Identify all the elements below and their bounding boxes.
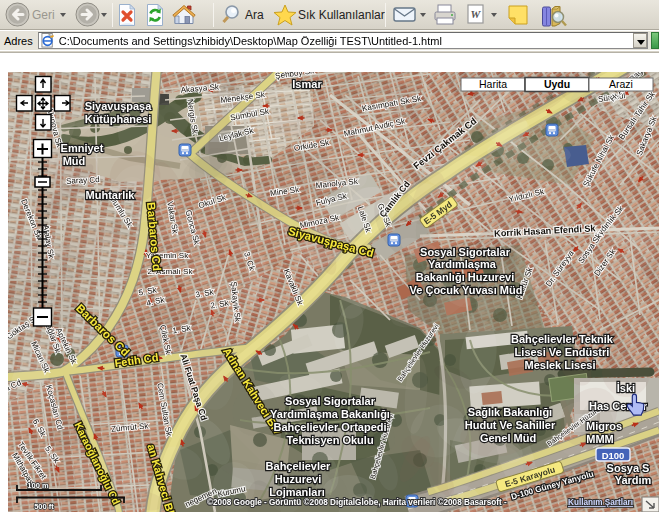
svg-text:Bakanlığı Huzurevi: Bakanlığı Huzurevi — [416, 271, 514, 283]
svg-text:Bahçelievler: Bahçelievler — [266, 460, 332, 472]
svg-text:Harita: Harita — [479, 78, 507, 90]
svg-text:Meslek Lisesi: Meslek Lisesi — [525, 359, 596, 371]
svg-text:Muhtarlık: Muhtarlık — [86, 189, 136, 201]
svg-text:©2008 Google - Görüntü ©2008 D: ©2008 Google - Görüntü ©2008 DigitalGlob… — [207, 498, 507, 507]
svg-text:Ismar: Ismar — [292, 78, 322, 90]
svg-text:W: W — [471, 8, 482, 20]
svg-text:Bahçelievler Ortapedi: Bahçelievler Ortapedi — [273, 421, 386, 433]
svg-text:Hudut Ve Sahiller: Hudut Ve Sahiller — [465, 419, 556, 431]
svg-text:Huzurevi: Huzurevi — [275, 473, 321, 485]
svg-text:500 ft: 500 ft — [34, 502, 54, 511]
svg-text:Migros: Migros — [586, 420, 622, 432]
svg-text:Lisesi Ve Endüstri: Lisesi Ve Endüstri — [515, 346, 610, 358]
svg-text:İski: İski — [617, 382, 635, 394]
svg-text:Uydu: Uydu — [544, 78, 570, 90]
svg-text:Siyavuşpaşa: Siyavuşpaşa — [85, 100, 153, 112]
svg-text:Sağlık Bakanlığı: Sağlık Bakanlığı — [468, 406, 552, 418]
svg-text:Sosyal Sigortalar: Sosyal Sigortalar — [420, 246, 511, 258]
svg-text:Kullanım Şartları: Kullanım Şartları — [568, 498, 633, 507]
svg-text:Kütüphanesi: Kütüphanesi — [85, 113, 152, 125]
svg-text:MMM: MMM — [586, 433, 614, 445]
svg-text:Ve Çocuk Yuvası Müd: Ve Çocuk Yuvası Müd — [410, 284, 523, 296]
svg-text:D100: D100 — [602, 450, 625, 461]
svg-text:Yardımlaşma Bakanlığı: Yardımlaşma Bakanlığı — [270, 408, 390, 420]
svg-text:Saray Cd: Saray Cd — [66, 175, 100, 186]
svg-text:Sosya S: Sosya S — [607, 462, 650, 474]
svg-text:Yardım: Yardım — [615, 474, 652, 486]
svg-text:Teknisyen Okulu: Teknisyen Okulu — [286, 434, 373, 446]
svg-text:Yardımlaşma: Yardımlaşma — [428, 258, 497, 270]
svg-text:100 m: 100 m — [27, 481, 49, 490]
svg-text:Müd: Müd — [63, 155, 86, 167]
svg-text:Arazi: Arazi — [609, 78, 633, 90]
svg-text:Bahçelievler Teknik: Bahçelievler Teknik — [511, 333, 614, 345]
svg-text:Genel Müd: Genel Müd — [480, 432, 536, 444]
svg-text:Emniyet: Emniyet — [61, 142, 104, 154]
svg-text:Lojmanları: Lojmanları — [269, 486, 325, 498]
svg-text:Sosyal Sigortalar: Sosyal Sigortalar — [285, 395, 376, 407]
